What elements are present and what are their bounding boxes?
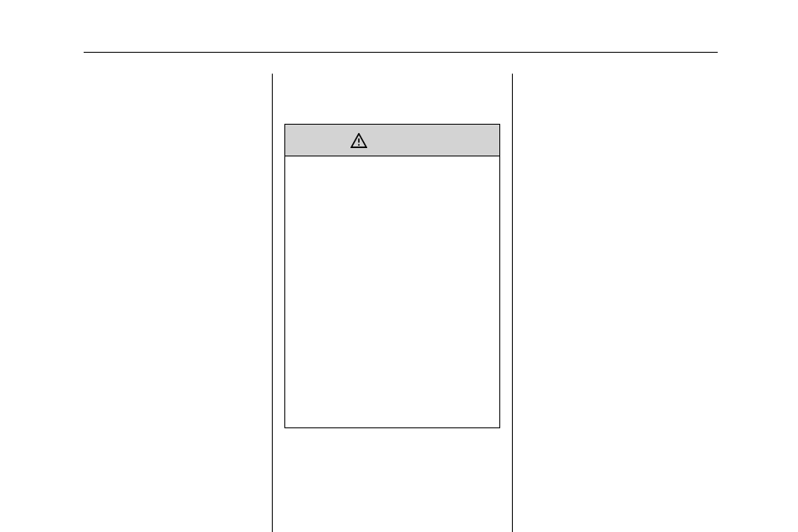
page-header-rule bbox=[84, 52, 718, 53]
warning-triangle-icon bbox=[350, 133, 367, 148]
column-divider-right bbox=[512, 74, 513, 532]
svg-point-1 bbox=[358, 144, 360, 146]
column-divider-left bbox=[272, 74, 273, 532]
warning-box bbox=[284, 124, 500, 428]
warning-box-body bbox=[285, 156, 499, 427]
warning-box-header bbox=[285, 125, 499, 156]
